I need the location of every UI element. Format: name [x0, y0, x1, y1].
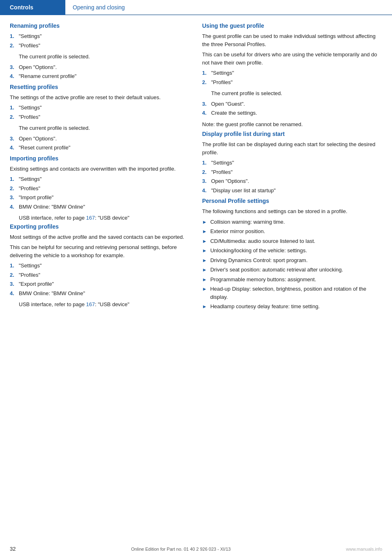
- bullet-arrow-icon: ►: [202, 285, 207, 293]
- step-item: 3. Open "Guest".: [202, 100, 382, 108]
- step-item: 2. "Profiles": [10, 113, 190, 121]
- bullet-text: Headlamp courtesy delay feature: time se…: [210, 302, 320, 311]
- bullet-text: Collision warning: warning time.: [210, 218, 285, 226]
- bullet-item: ► Head-up Display: selection, brightness…: [202, 285, 382, 301]
- bullet-item: ► Programmable memory buttons: assignmen…: [202, 276, 382, 284]
- step-item: 4. BMW Online: "BMW Online": [10, 289, 190, 298]
- bullet-text: Driver's seat position: automatic retrie…: [210, 266, 343, 274]
- step-item: 3. "Import profile": [10, 193, 190, 202]
- exporting-profiles-title: Exporting profiles: [10, 223, 190, 230]
- bullet-item: ► CD/Multimedia: audio source listened t…: [202, 237, 382, 245]
- left-column: Renaming profiles 1. "Settings" 2. "Prof…: [10, 22, 190, 312]
- personal-profile-settings-title: Personal Profile settings: [202, 198, 382, 204]
- bullet-arrow-icon: ►: [202, 266, 207, 274]
- page-number: 32: [10, 546, 16, 552]
- guest-profile-steps2: 3. Open "Guest". 4. Create the settings.: [202, 100, 382, 117]
- guest-profile-section: Using the guest profile The guest profil…: [202, 22, 382, 128]
- resetting-profiles-section: Resetting profiles The settings of the a…: [10, 84, 190, 152]
- usb-link-2[interactable]: 167: [86, 301, 95, 307]
- importing-profiles-title: Importing profiles: [10, 155, 190, 162]
- display-profile-list-title: Display profile list during start: [202, 131, 382, 137]
- controls-label: Controls: [10, 4, 33, 11]
- personal-profile-settings-intro: The following functions and settings can…: [202, 207, 382, 216]
- importing-profiles-steps: 1. "Settings" 2. "Profiles" 3. "Import p…: [10, 175, 190, 211]
- main-content: Renaming profiles 1. "Settings" 2. "Prof…: [0, 15, 392, 329]
- page-header: Controls Opening and closing: [0, 0, 392, 15]
- bullet-text: Head-up Display: selection, brightness, …: [210, 285, 382, 301]
- bullet-arrow-icon: ►: [202, 257, 207, 264]
- step-item: 2. "Profiles": [202, 168, 382, 176]
- step-item: 3. "Export profile": [10, 280, 190, 288]
- bullet-text: Programmable memory buttons: assignment.: [210, 276, 316, 284]
- personal-profile-bullets: ► Collision warning: warning time. ► Ext…: [202, 218, 382, 311]
- importing-profiles-section: Importing profiles Existing settings and…: [10, 155, 190, 222]
- guest-profile-steps: 1. "Settings" 2. "Profiles": [202, 69, 382, 86]
- bullet-item: ► Unlocking/locking of the vehicle: sett…: [202, 247, 382, 255]
- renaming-step-sub1: The current profile is selected.: [19, 53, 190, 61]
- bullet-text: CD/Multimedia: audio source listened to …: [210, 237, 315, 245]
- display-profile-list-section: Display profile list during start The pr…: [202, 131, 382, 194]
- guest-step-sub1: The current profile is selected.: [211, 89, 382, 98]
- guest-profile-intro1: The guest profile can be used to make in…: [202, 32, 382, 48]
- bullet-item: ► Collision warning: warning time.: [202, 218, 382, 226]
- renaming-profiles-title: Renaming profiles: [10, 22, 190, 29]
- guest-profile-title: Using the guest profile: [202, 22, 382, 29]
- step-item: 4. "Rename current profile": [10, 72, 190, 80]
- step-item: 1. "Settings": [10, 104, 190, 112]
- bullet-text: Exterior mirror position.: [210, 227, 265, 236]
- resetting-profiles-intro: The settings of the active profile are r…: [10, 93, 190, 102]
- bullet-arrow-icon: ►: [202, 238, 207, 245]
- bullet-item: ► Headlamp courtesy delay feature: time …: [202, 302, 382, 311]
- step-item: 2. "Profiles": [10, 185, 190, 193]
- resetting-profiles-steps2: 3. Open "Options". 4. "Reset current pro…: [10, 135, 190, 152]
- exporting-profiles-intro1: Most settings of the active profile and …: [10, 233, 190, 241]
- bullet-arrow-icon: ►: [202, 276, 207, 283]
- page-footer: 32 Online Edition for Part no. 01 40 2 9…: [0, 546, 392, 552]
- step-item: 1. "Settings": [10, 262, 190, 270]
- bullet-arrow-icon: ►: [202, 228, 207, 235]
- bullet-text: Unlocking/locking of the vehicle: settin…: [210, 247, 307, 255]
- bullet-arrow-icon: ►: [202, 218, 207, 226]
- header-controls-label: Controls: [0, 0, 65, 15]
- breadcrumb-label: Opening and closing: [73, 4, 125, 11]
- exporting-profiles-steps: 1. "Settings" 2. "Profiles" 3. "Export p…: [10, 262, 190, 297]
- right-column: Using the guest profile The guest profil…: [202, 22, 382, 312]
- importing-profiles-intro: Existing settings and contacts are overw…: [10, 165, 190, 173]
- bullet-text: Driving Dynamics Control: sport program.: [210, 256, 307, 265]
- exporting-profiles-intro2: This can be helpful for securing and ret…: [10, 243, 190, 259]
- step-item: 1. "Settings": [202, 69, 382, 77]
- step-item: 3. Open "Options".: [202, 177, 382, 185]
- step-item: 2. "Profiles": [202, 78, 382, 87]
- guest-profile-intro2: This can be useful for drivers who are u…: [202, 51, 382, 67]
- exporting-profiles-section: Exporting profiles Most settings of the …: [10, 223, 190, 309]
- renaming-profiles-steps: 1. "Settings" 2. "Profiles": [10, 32, 190, 49]
- step-item: 2. "Profiles": [10, 271, 190, 279]
- bullet-item: ► Driver's seat position: automatic retr…: [202, 266, 382, 274]
- step-item: 4. Create the settings.: [202, 109, 382, 117]
- step-item: 4. "Display user list at startup": [202, 187, 382, 195]
- step-item: 1. "Settings": [10, 32, 190, 40]
- personal-profile-settings-section: Personal Profile settings The following …: [202, 198, 382, 311]
- step-item: 2. "Profiles": [10, 42, 190, 50]
- importing-step-sub1: USB interface, refer to page 167: "USB d…: [19, 214, 190, 222]
- renaming-profiles-section: Renaming profiles 1. "Settings" 2. "Prof…: [10, 22, 190, 80]
- guest-profile-note: Note: the guest profile cannot be rename…: [202, 120, 382, 129]
- exporting-step-sub1: USB interface, refer to page 167: "USB d…: [19, 300, 190, 309]
- step-item: 3. Open "Options".: [10, 63, 190, 71]
- display-profile-list-steps: 1. "Settings" 2. "Profiles" 3. Open "Opt…: [202, 159, 382, 194]
- bullet-arrow-icon: ►: [202, 247, 207, 254]
- footer-center-text: Online Edition for Part no. 01 40 2 926 …: [16, 547, 346, 552]
- step-item: 4. "Reset current profile": [10, 144, 190, 152]
- step-item: 1. "Settings": [202, 159, 382, 167]
- bullet-arrow-icon: ►: [202, 303, 207, 310]
- resetting-profiles-steps: 1. "Settings" 2. "Profiles": [10, 104, 190, 121]
- resetting-step-sub1: The current profile is selected.: [19, 124, 190, 132]
- usb-link-1[interactable]: 167: [86, 215, 95, 221]
- resetting-profiles-title: Resetting profiles: [10, 84, 190, 90]
- bullet-item: ► Driving Dynamics Control: sport progra…: [202, 256, 382, 265]
- footer-watermark: www.manuals.info: [346, 547, 382, 552]
- bullet-item: ► Exterior mirror position.: [202, 227, 382, 236]
- step-item: 1. "Settings": [10, 175, 190, 183]
- step-item: 3. Open "Options".: [10, 135, 190, 143]
- step-item: 4. BMW Online: "BMW Online": [10, 203, 190, 211]
